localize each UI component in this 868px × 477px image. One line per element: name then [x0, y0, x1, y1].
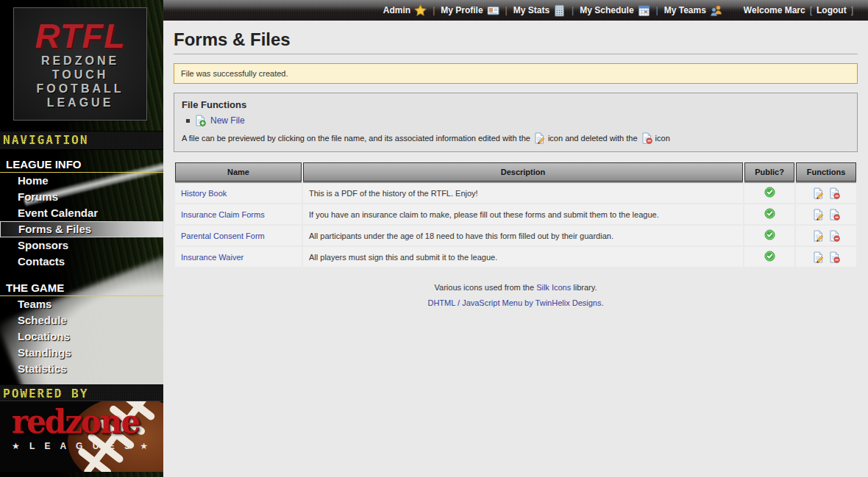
- logo-line: TOUCH: [14, 68, 146, 82]
- redzone-leagues-logo: redzone ★ L E A G U E S ★: [0, 401, 163, 472]
- header-description: Description: [303, 162, 743, 182]
- help-text: icon and deleted with the: [548, 134, 638, 143]
- nav-section-the-game: THE GAME: [0, 279, 163, 296]
- flash-message: File was successfully created.: [174, 63, 858, 84]
- list-bullet: [186, 119, 190, 123]
- separator: |: [433, 5, 435, 15]
- logo-line: LEAGUE: [14, 96, 146, 110]
- file-description: This is a PDF of the history of the RTFL…: [303, 183, 743, 203]
- delete-file-icon[interactable]: [828, 187, 840, 199]
- file-functions-title: File Functions: [182, 99, 850, 110]
- edit-file-icon[interactable]: [812, 187, 824, 199]
- file-functions-help: A file can be previewed by clicking on t…: [182, 132, 850, 144]
- topbar-my-profile-label: My Profile: [441, 5, 483, 15]
- page-title: Forms & Files: [174, 29, 858, 50]
- vcard-icon: [487, 4, 499, 17]
- page-delete-icon[interactable]: [641, 132, 652, 144]
- topbar-my-schedule[interactable]: My Schedule: [580, 4, 650, 17]
- separator: |: [505, 5, 508, 15]
- icons-credit-text: library.: [573, 283, 597, 292]
- public-tick-icon: [764, 251, 775, 262]
- topbar-my-stats[interactable]: My Stats: [513, 4, 566, 17]
- logo-line: FOOTBALL: [14, 82, 146, 96]
- welcome-text: Welcome Marc: [744, 5, 805, 15]
- table-header-row: Name Description Public? Functions: [175, 162, 856, 182]
- nav-section-league-info: LEAGUE INFO: [0, 156, 163, 173]
- redzone-wordmark: redzone: [12, 404, 139, 440]
- main-content: Forms & Files File was successfully crea…: [163, 21, 868, 477]
- sidebar-item-teams[interactable]: Teams: [0, 296, 163, 312]
- file-name-link[interactable]: Insurance Waiver: [181, 253, 243, 262]
- topbar-my-schedule-label: My Schedule: [580, 5, 633, 15]
- group-icon: [710, 4, 723, 17]
- file-description: All players must sign this and submit it…: [303, 247, 743, 267]
- icons-credit-text: Various icons used from the: [435, 283, 535, 292]
- title-divider: [174, 54, 858, 54]
- sidebar-item-forums[interactable]: Forums: [0, 189, 163, 205]
- calculator-icon: [553, 4, 566, 17]
- topbar-my-teams[interactable]: My Teams: [664, 4, 723, 17]
- separator: |: [572, 5, 574, 15]
- sidebar-item-home[interactable]: Home: [0, 173, 163, 189]
- logo-line: REDZONE: [14, 54, 146, 68]
- sidebar-item-contacts[interactable]: Contacts: [0, 254, 163, 270]
- delete-file-icon[interactable]: [828, 230, 840, 242]
- table-row: Insurance Claim Forms If you have an ins…: [175, 204, 856, 224]
- calendar-icon: [638, 4, 650, 17]
- sidebar-item-sponsors[interactable]: Sponsors: [0, 237, 163, 254]
- star-icon: [414, 4, 427, 17]
- page-add-icon: [194, 115, 206, 126]
- help-text: icon: [655, 134, 670, 143]
- sidebar-item-standings[interactable]: Standings: [0, 345, 163, 361]
- new-file-link[interactable]: New File: [210, 115, 245, 126]
- delete-file-icon[interactable]: [828, 251, 840, 263]
- page-credits: Various icons used from the Silk Icons l…: [174, 280, 858, 311]
- navigation-band: NAVIGATION: [0, 131, 163, 150]
- file-functions-panel: File Functions New File A file can be pr…: [174, 93, 858, 152]
- topbar: Admin | My Profile | My Stats | My Sched…: [163, 0, 868, 21]
- edit-file-icon[interactable]: [812, 230, 824, 242]
- file-name-link[interactable]: Insurance Claim Forms: [181, 210, 265, 219]
- table-row: History Book This is a PDF of the histor…: [175, 183, 856, 203]
- table-row: Insurance Waiver All players must sign t…: [175, 247, 856, 267]
- edit-file-icon[interactable]: [812, 209, 824, 220]
- sidebar-item-locations[interactable]: Locations: [0, 329, 163, 345]
- header-functions: Functions: [796, 162, 856, 182]
- public-tick-icon: [764, 187, 775, 198]
- topbar-admin-label: Admin: [383, 5, 410, 15]
- file-name-link[interactable]: Parental Consent Form: [181, 232, 265, 240]
- topbar-my-stats-label: My Stats: [513, 5, 549, 15]
- logout-bracket: ]: [851, 5, 853, 15]
- file-description: If you have an insurance claim to make, …: [303, 204, 743, 224]
- logout-link[interactable]: Logout: [817, 5, 847, 15]
- topbar-admin[interactable]: Admin: [383, 4, 427, 17]
- delete-file-icon[interactable]: [828, 209, 840, 220]
- league-logo: RTFL REDZONE TOUCH FOOTBALL LEAGUE: [13, 7, 147, 121]
- header-public: Public?: [744, 162, 794, 182]
- sidebar-item-schedule[interactable]: Schedule: [0, 312, 163, 329]
- header-name: Name: [175, 162, 302, 182]
- twinhelix-credit-link[interactable]: DHTML / JavaScript Menu by TwinHelix Des…: [427, 298, 603, 307]
- files-table: Name Description Public? Functions Histo…: [174, 161, 858, 268]
- sidebar-item-forms-files[interactable]: Forms & Files: [0, 221, 163, 237]
- logout-bracket: [: [810, 5, 812, 15]
- page-edit-icon[interactable]: [533, 132, 545, 144]
- logo-acronym: RTFL: [14, 18, 146, 54]
- topbar-my-profile[interactable]: My Profile: [441, 4, 499, 17]
- public-tick-icon: [764, 208, 775, 219]
- file-description: All participants under the age of 18 nee…: [303, 226, 743, 245]
- public-tick-icon: [764, 229, 775, 240]
- edit-file-icon[interactable]: [812, 251, 824, 263]
- sidebar: RTFL REDZONE TOUCH FOOTBALL LEAGUE NAVIG…: [0, 0, 163, 477]
- file-name-link[interactable]: History Book: [181, 189, 227, 198]
- sidebar-item-event-calendar[interactable]: Event Calendar: [0, 205, 163, 221]
- topbar-my-teams-label: My Teams: [664, 5, 706, 15]
- silk-icons-link[interactable]: Silk Icons: [536, 283, 571, 292]
- sidebar-nav: LEAGUE INFO Home Forums Event Calendar F…: [0, 151, 163, 377]
- redzone-leagues-text: ★ L E A G U E S ★: [12, 441, 152, 451]
- table-row: Parental Consent Form All participants u…: [175, 226, 856, 245]
- separator: |: [656, 5, 658, 15]
- sidebar-item-statistics[interactable]: Statistics: [0, 361, 163, 377]
- help-text: A file can be previewed by clicking on t…: [182, 134, 530, 143]
